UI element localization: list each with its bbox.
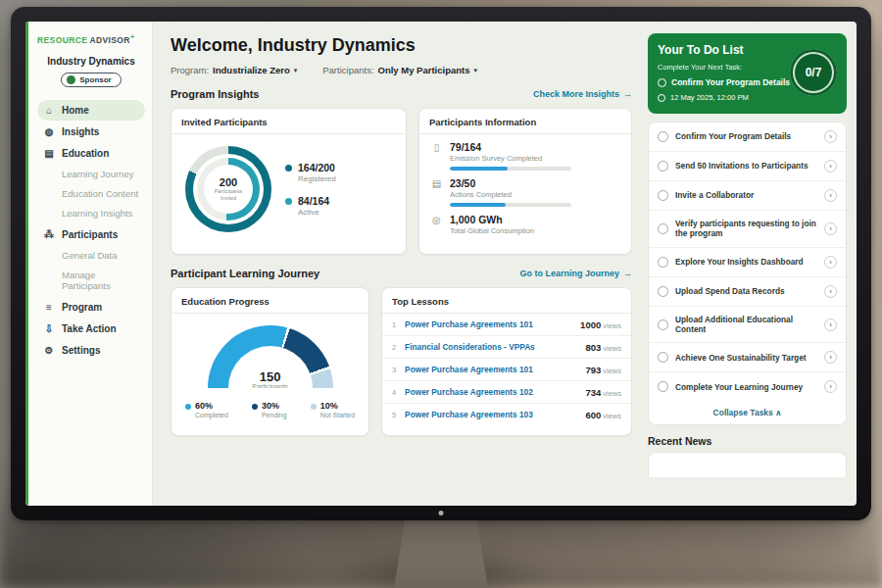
survey-icon: ▯ xyxy=(431,142,442,171)
checkbox-icon[interactable] xyxy=(658,257,668,268)
top-lessons-title: Top Lessons xyxy=(382,288,631,314)
task-item[interactable]: Confirm Your Program Details › xyxy=(649,122,846,152)
chevron-right-icon[interactable]: › xyxy=(824,160,837,172)
lesson-row: 2 Financial Considerations - VPPAs 803vi… xyxy=(382,336,631,359)
sponsor-badge[interactable]: Sponsor xyxy=(61,73,121,87)
go-to-learning-journey-link[interactable]: Go to Learning Journey → xyxy=(519,269,632,278)
task-item[interactable]: Explore Your Insights Dashboard › xyxy=(649,248,846,277)
chevron-right-icon[interactable]: › xyxy=(824,222,837,235)
checkbox-icon[interactable] xyxy=(658,78,666,87)
stat-global-consumption: ◎ 1,000 GWh Total Global Consumption xyxy=(419,214,631,235)
chevron-right-icon[interactable]: › xyxy=(824,256,837,269)
checkbox-icon[interactable] xyxy=(658,352,668,363)
task-item[interactable]: Complete Your Learning Journey › xyxy=(649,372,846,401)
sidebar-item-label: Home xyxy=(62,105,89,116)
task-item[interactable]: Send 50 Invitations to Participants › xyxy=(649,152,846,181)
checkbox-icon[interactable] xyxy=(658,223,668,234)
sidebar-item-learning-journey[interactable]: Learning Journey xyxy=(37,165,145,184)
sidebar-item-manage-participants[interactable]: Manage Participants xyxy=(37,266,145,296)
app-logo: RESOURCEADVISOR+ xyxy=(37,33,145,45)
sidebar-item-label: Education xyxy=(62,148,109,159)
pending-value: 30% xyxy=(262,402,287,412)
sponsor-badge-label: Sponsor xyxy=(79,75,111,84)
dashboard-app: RESOURCEADVISOR+ Industry Dynamics Spons… xyxy=(25,22,857,506)
legend-item-registered: 164/200 Registered xyxy=(285,162,336,183)
chevron-right-icon[interactable]: › xyxy=(824,130,837,143)
checkbox-icon[interactable] xyxy=(658,381,668,392)
program-insights-header: Program Insights Check More Insights → xyxy=(171,88,632,100)
lesson-link[interactable]: Power Purchase Agreements 102 xyxy=(405,387,585,397)
sidebar-item-insights[interactable]: ◍ Insights xyxy=(37,122,145,142)
sidebar-item-program[interactable]: ≡ Program xyxy=(37,297,145,318)
filters-bar: Program: Industrialize Zero ▾ Participan… xyxy=(171,65,632,75)
take-action-icon: ⇩ xyxy=(43,323,55,334)
check-more-insights-link[interactable]: Check More Insights → xyxy=(533,89,632,99)
sidebar-item-learning-insights[interactable]: Learning Insights xyxy=(37,204,145,223)
legend-item-completed: 60% Completed xyxy=(185,402,228,418)
task-item[interactable]: Achieve One Sustainability Target › xyxy=(649,343,846,372)
actions-completed-value: 23/50 xyxy=(450,177,571,189)
sidebar-item-take-action[interactable]: ⇩ Take Action xyxy=(37,318,145,339)
participants-filter-dropdown[interactable]: Participants: Only My Participants ▾ xyxy=(322,65,477,75)
lesson-views: 803views xyxy=(585,342,621,353)
sidebar-item-label: Insights xyxy=(62,126,99,137)
sidebar-item-general-data[interactable]: General Data xyxy=(37,246,145,266)
learning-journey-title: Participant Learning Journey xyxy=(171,268,319,279)
education-participants-label: Participants xyxy=(208,383,333,388)
sidebar-item-settings[interactable]: ⚙ Settings xyxy=(37,340,145,361)
chevron-down-icon: ▾ xyxy=(474,67,478,74)
task-item[interactable]: Invite a Collaborator › xyxy=(649,181,846,211)
chevron-right-icon[interactable]: › xyxy=(824,318,837,331)
not-started-label: Not Started xyxy=(320,412,355,418)
sidebar-item-education[interactable]: ▤ Education xyxy=(37,143,145,164)
checkbox-icon[interactable] xyxy=(658,190,668,201)
lesson-link[interactable]: Power Purchase Agreements 103 xyxy=(405,410,585,419)
logo-advisor: ADVISOR xyxy=(89,35,130,45)
lesson-views: 734views xyxy=(585,387,621,398)
sidebar-item-label: Take Action xyxy=(62,323,117,334)
sidebar-item-label: Participants xyxy=(62,229,118,240)
chevron-right-icon[interactable]: › xyxy=(824,351,837,364)
todo-panel: Your To Do List Complete Your Next Task:… xyxy=(648,22,857,506)
not-started-value: 10% xyxy=(320,402,355,412)
chevron-right-icon[interactable]: › xyxy=(824,285,837,298)
org-name: Industry Dynamics xyxy=(37,56,145,67)
participants-invited-count: 200 xyxy=(220,176,237,188)
task-item[interactable]: Upload Spend Data Records › xyxy=(649,277,846,307)
sidebar-item-home[interactable]: ⌂ Home xyxy=(37,100,145,121)
chevron-right-icon[interactable]: › xyxy=(824,380,837,393)
registered-dot-icon xyxy=(285,165,292,172)
checkbox-icon[interactable] xyxy=(658,131,668,142)
invited-donut-ring-inner: 200 Participants Invited xyxy=(197,158,260,220)
chevron-right-icon[interactable]: › xyxy=(824,189,837,202)
clock-icon xyxy=(658,94,665,102)
lesson-rank: 1 xyxy=(392,320,405,329)
lesson-views: 793views xyxy=(585,365,621,375)
checkbox-icon[interactable] xyxy=(658,286,668,297)
actions-completed-progress-fill xyxy=(450,203,506,207)
lesson-link[interactable]: Power Purchase Agreements 101 xyxy=(405,319,580,329)
sidebar-item-education-content[interactable]: Education Content xyxy=(37,184,145,204)
sidebar-item-participants[interactable]: ⁂ Participants xyxy=(37,224,145,245)
lesson-link[interactable]: Financial Considerations - VPPAs xyxy=(405,342,585,352)
emission-survey-progressbar xyxy=(450,167,571,171)
participants-filter-value: Only My Participants xyxy=(378,65,470,75)
task-item[interactable]: Verify participants requesting to join t… xyxy=(649,211,846,248)
completed-label: Completed xyxy=(195,412,228,418)
task-item[interactable]: Upload Additional Educational Content › xyxy=(649,307,846,344)
program-filter-dropdown[interactable]: Program: Industrialize Zero ▾ xyxy=(171,65,297,75)
background-photo: RESOURCEADVISOR+ Industry Dynamics Spons… xyxy=(0,0,882,588)
lesson-link[interactable]: Power Purchase Agreements 101 xyxy=(405,365,585,374)
insights-icon: ◍ xyxy=(43,126,55,137)
collapse-tasks-link[interactable]: Collapse Tasks ∧ xyxy=(649,401,846,424)
active-value: 84/164 xyxy=(298,195,329,207)
invited-participants-card: Invited Participants 200 Participants In… xyxy=(171,108,407,255)
logo-resource: RESOURCE xyxy=(37,35,87,45)
actions-completed-label: Actions Completed xyxy=(450,190,571,199)
monitor-frame: RESOURCEADVISOR+ Industry Dynamics Spons… xyxy=(11,7,871,520)
arrow-right-icon: → xyxy=(623,269,632,278)
checkbox-icon[interactable] xyxy=(658,161,668,172)
lesson-views: 1000views xyxy=(580,319,621,330)
checkbox-icon[interactable] xyxy=(658,319,668,330)
main-content: Welcome, Industry Dynamics Program: Indu… xyxy=(153,22,648,506)
